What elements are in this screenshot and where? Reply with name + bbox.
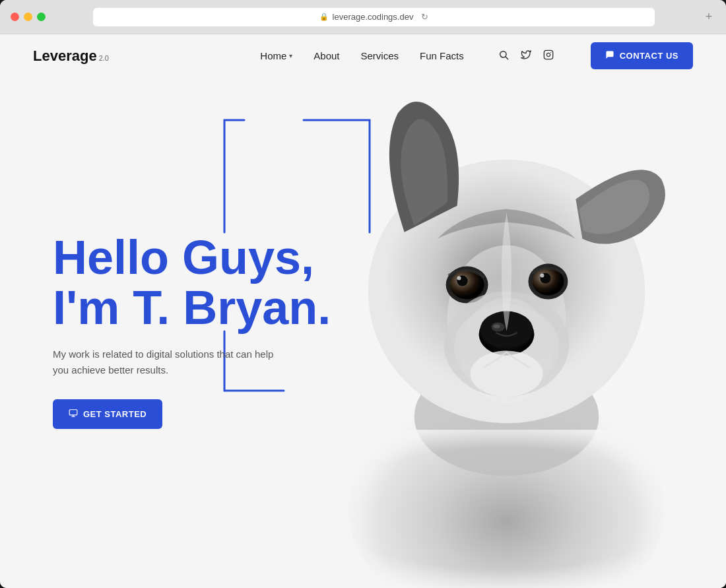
hero-subtitle: My work is related to digital solutions … xyxy=(53,346,277,378)
svg-point-18 xyxy=(540,274,544,278)
page-content: Leverage 2.0 Home ▾ About Services Fun F… xyxy=(0,34,726,588)
nav-links: Home ▾ About Services Fun Facts xyxy=(260,42,693,69)
logo-text: Leverage xyxy=(33,48,97,65)
svg-point-25 xyxy=(471,350,543,397)
nav-item-about[interactable]: About xyxy=(314,50,339,61)
hero-section: Hello Guys, I'm T. Bryan. My work is rel… xyxy=(0,34,726,588)
get-started-label: GET STARTED xyxy=(83,409,147,419)
nav-item-home[interactable]: Home ▾ xyxy=(260,50,292,61)
nav-services-label: Services xyxy=(361,50,399,61)
svg-rect-27 xyxy=(69,409,77,414)
hero-title: Hello Guys, I'm T. Bryan. xyxy=(53,233,331,333)
svg-point-14 xyxy=(457,277,461,280)
nav-item-fun-facts[interactable]: Fun Facts xyxy=(420,50,464,61)
contact-label: CONTACT US xyxy=(620,51,678,61)
maximize-button[interactable] xyxy=(37,13,46,21)
chevron-down-icon: ▾ xyxy=(289,52,292,59)
get-started-icon xyxy=(69,408,78,420)
lock-icon: 🔒 xyxy=(319,13,329,21)
get-started-button[interactable]: GET STARTED xyxy=(53,399,162,429)
address-bar[interactable]: 🔒 leverage.codings.dev ↻ xyxy=(93,8,655,26)
hero-title-line1: Hello Guys, xyxy=(53,231,314,284)
browser-chrome: 🔒 leverage.codings.dev ↻ + xyxy=(0,0,726,34)
hero-content: Hello Guys, I'm T. Bryan. My work is rel… xyxy=(0,193,331,428)
refresh-icon[interactable]: ↻ xyxy=(421,12,428,22)
browser-window: 🔒 leverage.codings.dev ↻ + Leverage 2.0 … xyxy=(0,0,726,588)
new-tab-button[interactable]: + xyxy=(702,11,715,24)
navbar: Leverage 2.0 Home ▾ About Services Fun F… xyxy=(0,34,726,77)
svg-rect-2 xyxy=(544,50,552,59)
traffic-lights xyxy=(11,13,46,21)
url-text: leverage.codings.dev xyxy=(333,12,414,22)
nav-item-services[interactable]: Services xyxy=(361,50,399,61)
logo[interactable]: Leverage 2.0 xyxy=(33,48,109,65)
contact-icon xyxy=(605,50,614,61)
dog-illustration xyxy=(267,34,726,588)
svg-point-24 xyxy=(494,324,500,328)
nav-icons xyxy=(498,49,554,63)
instagram-icon[interactable] xyxy=(543,49,554,63)
hero-title-line2: I'm T. Bryan. xyxy=(53,281,331,334)
nav-fun-facts-label: Fun Facts xyxy=(420,50,464,61)
svg-rect-26 xyxy=(273,430,726,588)
contact-button[interactable]: CONTACT US xyxy=(591,42,693,69)
minimize-button[interactable] xyxy=(24,13,32,21)
close-button[interactable] xyxy=(11,13,19,21)
logo-version: 2.0 xyxy=(99,54,109,62)
nav-home-label: Home xyxy=(260,50,286,61)
twitter-icon[interactable] xyxy=(521,49,531,63)
svg-line-1 xyxy=(506,57,508,59)
nav-about-label: About xyxy=(314,50,339,61)
search-icon[interactable] xyxy=(498,49,509,63)
